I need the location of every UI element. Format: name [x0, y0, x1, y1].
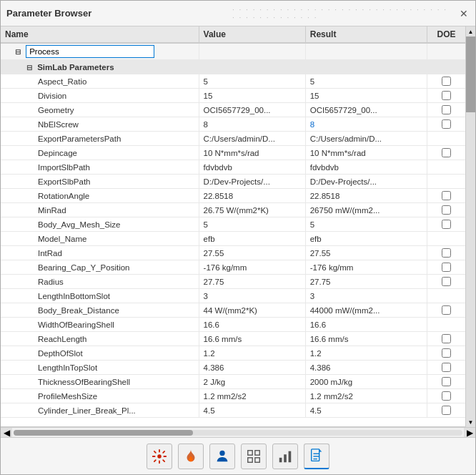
- param-doe-cell: [427, 132, 465, 146]
- doe-checkbox[interactable]: [442, 348, 451, 358]
- scroll-down-button[interactable]: ▼: [466, 417, 475, 427]
- chart-icon: [277, 449, 293, 464]
- doe-checkbox[interactable]: [442, 205, 451, 215]
- param-result-cell: 2000 mJ/kg: [305, 375, 427, 389]
- doe-checkbox[interactable]: [442, 377, 451, 386]
- expand-icon-process[interactable]: ⊟: [15, 48, 21, 56]
- doe-checkbox[interactable]: [442, 105, 451, 114]
- param-result-cell: 1.2: [305, 346, 427, 361]
- doe-checkbox[interactable]: [442, 363, 451, 372]
- svg-point-1: [219, 450, 224, 455]
- doe-checkbox[interactable]: [442, 305, 451, 315]
- param-value-cell: 10 N*mm*s/rad: [199, 146, 305, 160]
- toolbar-button-3[interactable]: [209, 444, 235, 469]
- table-row: ThicknessOfBearingShell2 J/kg2000 mJ/kg: [1, 375, 465, 389]
- toolbar-button-5[interactable]: [272, 444, 298, 469]
- expand-icon-simlab[interactable]: ⊟: [26, 64, 32, 72]
- param-name-cell: ExportSlbPath: [1, 175, 199, 189]
- table-row: Aspect_Ratio55: [1, 74, 465, 89]
- param-value-cell: 4.5: [199, 403, 305, 418]
- toolbar-button-4[interactable]: [241, 444, 267, 469]
- param-value-cell: 4.386: [199, 361, 305, 375]
- table-row: Cylinder_Liner_Break_Pl...4.54.5: [1, 403, 465, 418]
- svg-rect-5: [255, 457, 259, 461]
- table-row: DepthOfSlot1.21.2: [1, 346, 465, 361]
- vertical-scrollbar[interactable]: ▲ ▼: [465, 26, 475, 427]
- svg-rect-4: [248, 457, 252, 461]
- scroll-thumb[interactable]: [466, 36, 475, 112]
- param-result-cell: 3: [305, 289, 427, 303]
- param-value-cell: 44 W/(mm2*K): [199, 303, 305, 318]
- param-value-cell: 5: [199, 74, 305, 89]
- doe-checkbox[interactable]: [442, 248, 451, 258]
- table-row: IntRad27.5527.55: [1, 246, 465, 260]
- doe-checkbox[interactable]: [442, 334, 451, 343]
- param-doe-cell: [427, 275, 465, 289]
- param-doe-cell: [427, 217, 465, 232]
- doe-checkbox[interactable]: [442, 119, 451, 129]
- toolbar-button-1[interactable]: [147, 444, 172, 469]
- table-row: RotationAngle22.851822.8518: [1, 189, 465, 203]
- process-doe-cell: [427, 43, 465, 60]
- scroll-right-button[interactable]: ▶: [464, 428, 475, 437]
- doe-checkbox[interactable]: [442, 220, 451, 229]
- table-row: Body_Avg_Mesh_Size55: [1, 217, 465, 232]
- parameter-table: Name Value Result DOE ⊟: [1, 26, 465, 418]
- svg-rect-3: [255, 450, 259, 454]
- param-doe-cell: [427, 260, 465, 275]
- param-result-cell: 27.55: [305, 246, 427, 260]
- param-name-cell: MinRad: [1, 203, 199, 217]
- doe-checkbox[interactable]: [442, 191, 451, 200]
- param-name-cell: LengthInTopSlot: [1, 361, 199, 375]
- param-name-cell: Division: [1, 89, 199, 103]
- h-scroll-thumb[interactable]: [14, 430, 193, 436]
- col-header-result: Result: [305, 26, 427, 43]
- doe-checkbox[interactable]: [442, 263, 451, 272]
- scroll-up-button[interactable]: ▲: [466, 26, 475, 36]
- param-result-cell: 8: [305, 117, 427, 132]
- doe-checkbox[interactable]: [442, 148, 451, 157]
- scroll-track[interactable]: [466, 36, 475, 417]
- h-scroll-track[interactable]: [14, 430, 462, 436]
- table-row: Model_Nameefbefb: [1, 232, 465, 246]
- param-name-cell: IntRad: [1, 246, 199, 260]
- bottom-toolbar: [1, 437, 475, 474]
- table-row: LengthInBottomSlot33: [1, 289, 465, 303]
- table-row: ImportSlbPathfdvbdvbfdvbdvb: [1, 160, 465, 175]
- simlab-result-cell: [305, 60, 427, 74]
- table-row: NbElScrew88: [1, 117, 465, 132]
- toolbar-button-6[interactable]: [304, 444, 329, 469]
- param-name-cell: WidthOfBearingShell: [1, 318, 199, 332]
- param-doe-cell: [427, 103, 465, 117]
- doe-checkbox[interactable]: [442, 77, 451, 86]
- param-value-cell: OCI5657729_00...: [199, 103, 305, 117]
- table-row: GeometryOCI5657729_00...OCI5657729_00...: [1, 103, 465, 117]
- close-button[interactable]: ✕: [458, 8, 470, 19]
- toolbar-button-2[interactable]: [178, 444, 204, 469]
- process-input[interactable]: [26, 45, 154, 58]
- param-doe-cell: [427, 375, 465, 389]
- param-name-cell: LengthInBottomSlot: [1, 289, 199, 303]
- param-value-cell: D:/Dev-Projects/...: [199, 175, 305, 189]
- doe-checkbox[interactable]: [442, 91, 451, 100]
- table-container[interactable]: Name Value Result DOE ⊟: [1, 26, 465, 427]
- process-cell: ⊟: [1, 43, 199, 60]
- param-value-cell: 22.8518: [199, 189, 305, 203]
- parameter-browser-window: Parameter Browser · · · · · · · · · · · …: [0, 0, 476, 475]
- param-name-cell: Model_Name: [1, 232, 199, 246]
- param-doe-cell: [427, 346, 465, 361]
- param-value-cell: 16.6 mm/s: [199, 332, 305, 346]
- title-dots: · · · · · · · · · · · · · · · · · · · · …: [232, 6, 452, 21]
- param-doe-cell: [427, 232, 465, 246]
- svg-rect-6: [279, 457, 282, 461]
- scroll-left-button[interactable]: ◀: [1, 428, 12, 437]
- param-result-cell: 4.5: [305, 403, 427, 418]
- param-name-cell: Depincage: [1, 146, 199, 160]
- param-name-cell: Bearing_Cap_Y_Position: [1, 260, 199, 275]
- doe-checkbox[interactable]: [442, 277, 451, 286]
- doe-checkbox[interactable]: [442, 406, 451, 415]
- doe-checkbox[interactable]: [442, 391, 451, 401]
- col-header-value: Value: [199, 26, 305, 43]
- horizontal-scrollbar[interactable]: ◀ ▶: [1, 427, 475, 437]
- param-name-cell: Radius: [1, 275, 199, 289]
